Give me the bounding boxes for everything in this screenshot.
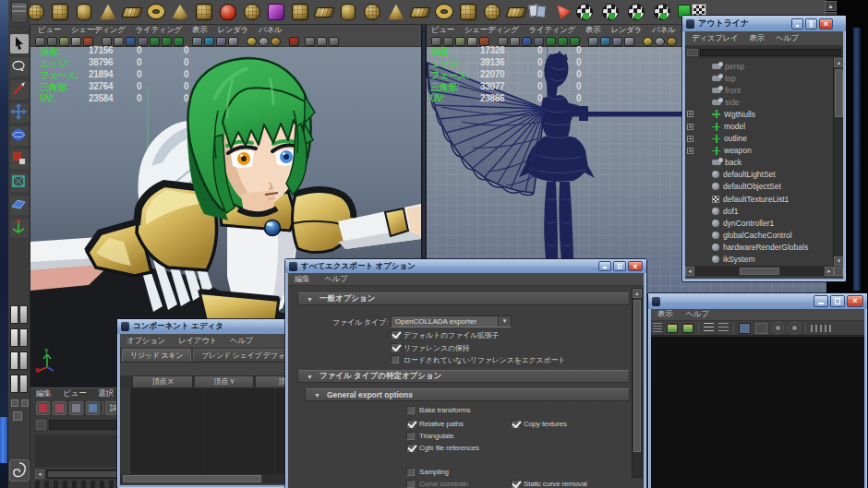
svg-text:Y: Y [44,349,49,354]
svg-text:X: X [35,367,40,373]
